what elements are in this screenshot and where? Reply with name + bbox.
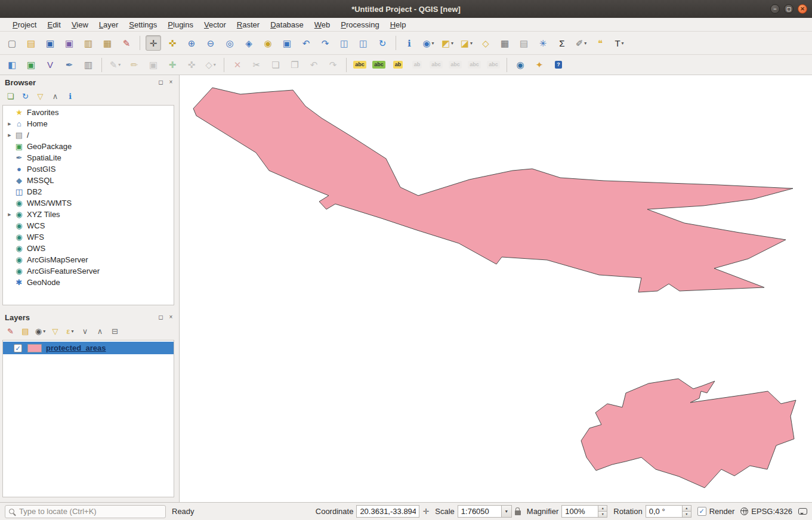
- highlight-pinned-labels-button[interactable]: ab: [390, 57, 406, 73]
- rotate-label-button[interactable]: abc: [467, 57, 482, 73]
- browser-item-arcgisfeatureserver[interactable]: ◉ArcGisFeatureServer: [3, 265, 174, 277]
- enable-properties-widget-button[interactable]: ℹ: [63, 89, 77, 103]
- copy-features-button[interactable]: ❏: [268, 57, 283, 73]
- identify-features-button[interactable]: ℹ: [402, 35, 417, 51]
- menu-layer[interactable]: Layer: [94, 19, 124, 30]
- browser-item-ows[interactable]: ◉OWS: [3, 243, 174, 254]
- maximize-button[interactable]: ▢: [784, 4, 794, 14]
- select-by-value-button[interactable]: ◪▾: [459, 35, 474, 51]
- toggle-extents-icon[interactable]: ✛: [422, 507, 429, 515]
- new-project-button[interactable]: ▢: [4, 35, 20, 51]
- dropdown-arrow-icon[interactable]: ▾: [432, 41, 434, 46]
- scale-dropdown-icon[interactable]: ▾: [502, 505, 512, 518]
- close-button[interactable]: ✕: [798, 4, 807, 14]
- pin-unpin-labels-button[interactable]: ab: [409, 57, 425, 73]
- select-features-button[interactable]: ◩▾: [440, 35, 455, 51]
- change-label-button[interactable]: abc: [486, 57, 501, 73]
- browser-item-geopackage[interactable]: ▣GeoPackage: [3, 141, 174, 152]
- menu-view[interactable]: View: [66, 19, 94, 30]
- coordinate-input[interactable]: [356, 505, 419, 518]
- locate-box[interactable]: [5, 505, 166, 518]
- message-log-icon[interactable]: [798, 508, 807, 515]
- browser-item-spatialite[interactable]: ✒SpatiaLite: [3, 152, 174, 163]
- layers-close-icon[interactable]: ×: [168, 314, 174, 321]
- field-calculator-button[interactable]: ▤: [516, 35, 532, 51]
- new-virtual-layer-button[interactable]: ▥: [81, 57, 96, 73]
- new-print-layout-button[interactable]: ▥: [81, 35, 96, 51]
- save-layer-edits-button[interactable]: ▣: [146, 57, 161, 73]
- zoom-in-button[interactable]: ⊕: [184, 35, 199, 51]
- menu-web[interactable]: Web: [309, 19, 336, 30]
- filter-by-expression-button[interactable]: ε▾: [63, 324, 77, 338]
- dropdown-arrow-icon[interactable]: ▾: [43, 329, 45, 334]
- magnifier-up-icon[interactable]: ▴: [598, 505, 607, 511]
- dropdown-arrow-icon[interactable]: ▾: [470, 41, 473, 46]
- add-selected-layers-button[interactable]: ❏: [4, 89, 17, 103]
- help-contents-button[interactable]: ?: [551, 57, 566, 73]
- add-group-button[interactable]: ▤: [18, 324, 32, 338]
- browser-item-arcgismapserver[interactable]: ◉ArcGisMapServer: [3, 254, 174, 265]
- scale-lock-icon[interactable]: [515, 510, 521, 515]
- show-hide-labels-button[interactable]: abc: [428, 57, 444, 73]
- remove-layer-button[interactable]: ⊟: [108, 324, 122, 338]
- browser-item-home[interactable]: ▶⌂Home: [3, 118, 174, 129]
- current-edits-button[interactable]: ✎▾: [107, 57, 123, 73]
- add-polygon-feature-button[interactable]: ✚: [165, 57, 180, 73]
- new-shapefile-layer-button[interactable]: V: [42, 57, 58, 73]
- layer-diagram-options-button[interactable]: abc: [371, 57, 387, 73]
- menu-settings[interactable]: Settings: [124, 19, 162, 30]
- layer-labeling-options-button[interactable]: abc: [352, 57, 368, 73]
- style-manager-button[interactable]: ✎: [119, 35, 134, 51]
- save-project-button[interactable]: ▣: [42, 35, 58, 51]
- deselect-features-button[interactable]: ◇: [478, 35, 493, 51]
- zoom-full-button[interactable]: ◈: [241, 35, 257, 51]
- menu-raster[interactable]: Raster: [231, 19, 265, 30]
- rotation-down-icon[interactable]: ▾: [683, 511, 691, 518]
- menu-plugins[interactable]: Plugins: [162, 19, 199, 30]
- menu-vector[interactable]: Vector: [199, 19, 231, 30]
- browser-item-mssql[interactable]: ◆MSSQL: [3, 175, 174, 186]
- move-label-button[interactable]: abc: [447, 57, 463, 73]
- settings-gear-button[interactable]: ✳: [535, 35, 551, 51]
- zoom-to-layer-button[interactable]: ▣: [279, 35, 295, 51]
- vertex-tool-button[interactable]: ◇▾: [203, 57, 218, 73]
- menu-project[interactable]: Project: [7, 19, 42, 30]
- menu-database[interactable]: Database: [265, 19, 309, 30]
- collapse-all-button[interactable]: ∧: [48, 89, 62, 103]
- browser-item-wfs[interactable]: ◉WFS: [3, 231, 174, 243]
- toggle-editing-button[interactable]: ✏: [126, 57, 142, 73]
- new-3d-map-view-button[interactable]: ◫: [356, 35, 371, 51]
- menu-help[interactable]: Help: [385, 19, 412, 30]
- locate-input[interactable]: [18, 506, 162, 516]
- dropdown-arrow-icon[interactable]: ▾: [71, 329, 73, 334]
- browser-item-db2[interactable]: ◫DB2: [3, 186, 174, 197]
- plugin-tool-button[interactable]: ✦: [532, 57, 547, 73]
- layer-item-protected-areas[interactable]: ✓protected_areas: [3, 342, 174, 354]
- statistical-summary-button[interactable]: Σ: [554, 35, 570, 51]
- menu-processing[interactable]: Processing: [335, 19, 384, 30]
- browser-item-wms-wmts[interactable]: ◉WMS/WMTS: [3, 197, 174, 209]
- text-annotation-button[interactable]: T▾: [612, 35, 627, 51]
- new-spatialite-layer-button[interactable]: ✒: [61, 57, 77, 73]
- dropdown-arrow-icon[interactable]: ▾: [584, 41, 586, 46]
- zoom-out-button[interactable]: ⊖: [203, 35, 218, 51]
- minimize-button[interactable]: −: [770, 4, 780, 14]
- dropdown-arrow-icon[interactable]: ▾: [622, 41, 624, 46]
- dropdown-arrow-icon[interactable]: ▾: [214, 62, 216, 67]
- data-source-manager-button[interactable]: ◧: [4, 57, 20, 73]
- magnifier-input[interactable]: [561, 505, 598, 518]
- measure-button[interactable]: ✐▾: [573, 35, 589, 51]
- redo-button[interactable]: ↷: [325, 57, 341, 73]
- layers-float-icon[interactable]: ◻: [158, 314, 164, 321]
- manage-map-themes-button[interactable]: ◉▾: [33, 324, 47, 338]
- browser-float-icon[interactable]: ◻: [158, 79, 164, 86]
- layer-checkbox[interactable]: ✓: [14, 344, 22, 352]
- browser-item-geonode[interactable]: ✱GeoNode: [3, 277, 174, 288]
- open-project-button[interactable]: ▤: [23, 35, 39, 51]
- collapse-all-layers-button[interactable]: ∧: [93, 324, 107, 338]
- filter-legend-button[interactable]: ▽: [48, 324, 62, 338]
- browser-item-root[interactable]: ▶▤/: [3, 129, 174, 141]
- open-attribute-table-button[interactable]: ▦: [497, 35, 512, 51]
- scale-input[interactable]: [458, 505, 502, 518]
- browser-item-wcs[interactable]: ◉WCS: [3, 220, 174, 231]
